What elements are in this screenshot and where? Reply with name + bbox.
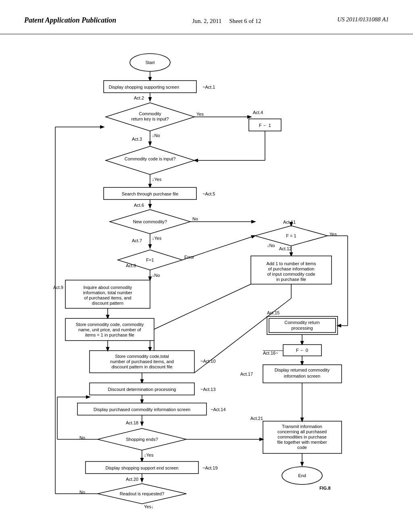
svg-text:Shopping ends?: Shopping ends? [126, 437, 158, 442]
svg-text:discount pattern in discount f: discount pattern in discount file [111, 364, 172, 369]
svg-text:F = 1: F = 1 [286, 233, 296, 238]
svg-text:Act.17: Act.17 [240, 372, 253, 376]
svg-text:Search through purchase file: Search through purchase file [122, 191, 179, 196]
svg-text:Display shopping supporting sc: Display shopping supporting screen [109, 85, 179, 89]
svg-text:~Act.13: ~Act.13 [200, 387, 216, 392]
svg-text:Commodity code is input?: Commodity code is input? [125, 156, 176, 161]
svg-text:End: End [298, 473, 306, 478]
svg-text:Display purchased commodity in: Display purchased commodity information … [94, 407, 190, 412]
svg-text:in purchase file: in purchase file [276, 277, 306, 282]
svg-text:Inquire about commodity: Inquire about commodity [83, 285, 132, 290]
svg-text:concerning all purchased: concerning all purchased [277, 429, 327, 434]
svg-text:file together with member: file together with member [277, 440, 327, 445]
svg-text:Act.21: Act.21 [250, 416, 263, 421]
svg-text:code: code [297, 445, 307, 450]
diagram-area: Start Display shopping supporting screen… [0, 34, 413, 520]
svg-text:No: No [192, 216, 198, 221]
svg-text:Store commodity code, commodit: Store commodity code, commodity [76, 322, 144, 327]
svg-text:Transmit information: Transmit information [282, 424, 322, 429]
svg-text:↓No: ↓No [267, 243, 275, 248]
svg-text:F ← 0: F ← 0 [296, 348, 308, 353]
svg-text:~Act.5: ~Act.5 [202, 191, 215, 196]
svg-text:items = 1 in purchase file: items = 1 in purchase file [85, 332, 134, 337]
svg-text:Add 1 to number of items: Add 1 to number of items [267, 261, 316, 266]
svg-line-66 [154, 284, 251, 329]
svg-text:~Act.10: ~Act.10 [200, 359, 216, 364]
svg-text:of purchased items, and: of purchased items, and [84, 295, 131, 300]
svg-text:~Act.1: ~Act.1 [202, 85, 215, 89]
svg-text:of purchase information: of purchase information [268, 266, 315, 271]
svg-text:information, total number: information, total number [83, 290, 132, 295]
svg-text:number of purchased items, and: number of purchased items, and [110, 359, 174, 364]
svg-text:information screen: information screen [284, 374, 321, 378]
svg-text:Act.6: Act.6 [134, 203, 144, 208]
svg-text:↓No: ↓No [152, 133, 160, 138]
svg-text:Act.3: Act.3 [132, 137, 142, 141]
page-header: Patent Application Publication Jun. 2, 2… [0, 0, 413, 34]
svg-text:Act.16~: Act.16~ [263, 351, 278, 355]
svg-text:Display shopping support end s: Display shopping support end screen [105, 466, 178, 470]
svg-text:F=1: F=1 [146, 258, 154, 262]
svg-line-138 [182, 236, 255, 260]
header-right: US 2011/0131088 A1 [337, 16, 389, 23]
svg-text:commodities in purchase: commodities in purchase [277, 434, 327, 439]
svg-text:Store commodity code,total: Store commodity code,total [115, 354, 169, 359]
svg-text:Yes↓: Yes↓ [144, 504, 153, 509]
svg-text:Act.11: Act.11 [283, 220, 296, 224]
svg-text:Act.4: Act.4 [253, 110, 263, 115]
svg-text:return key is input?: return key is input? [131, 116, 169, 121]
svg-text:~Act.19: ~Act.19 [202, 466, 218, 470]
svg-text:Display returned commodity: Display returned commodity [275, 368, 330, 372]
svg-text:Act.8: Act.8 [126, 263, 136, 268]
svg-text:name, unit price, and number o: name, unit price, and number of [78, 327, 141, 332]
svg-text:New commodity?: New commodity? [133, 219, 167, 224]
svg-text:~Act.14: ~Act.14 [211, 407, 226, 412]
svg-text:processing: processing [291, 326, 313, 330]
svg-text:Discount determination process: Discount determination processing [108, 387, 176, 392]
svg-text:Commodity: Commodity [139, 111, 161, 116]
svg-text:Yes: Yes [196, 112, 204, 116]
header-left: Patent Application Publication [24, 16, 116, 25]
svg-text:↓Yes: ↓Yes [144, 453, 154, 457]
svg-text:Act.20: Act.20 [126, 477, 138, 482]
svg-text:Start: Start [145, 60, 154, 65]
svg-text:↓Yes: ↓Yes [152, 177, 162, 182]
svg-text:of input commodity code: of input commodity code [267, 272, 315, 276]
flowchart-svg: Start Display shopping supporting screen… [24, 42, 389, 510]
svg-text:Act.12: Act.12 [279, 246, 292, 251]
svg-text:FIG.8: FIG.8 [319, 486, 331, 490]
svg-text:Act.9: Act.9 [53, 285, 63, 290]
svg-text:↓No: ↓No [152, 273, 160, 278]
svg-text:discount pattern: discount pattern [92, 301, 123, 305]
svg-line-137 [194, 298, 291, 373]
svg-text:Act.2: Act.2 [134, 96, 144, 100]
svg-text:Commodity return: Commodity return [284, 320, 319, 325]
header-center: Jun. 2, 2011 Sheet 6 of 12 [192, 16, 261, 26]
svg-text:↓Yes: ↓Yes [152, 236, 162, 241]
svg-text:F ← 1: F ← 1 [259, 123, 271, 128]
svg-text:Act.15: Act.15 [267, 310, 280, 315]
svg-text:Act.18: Act.18 [126, 420, 138, 425]
svg-text:Readout is requested?: Readout is requested? [120, 491, 165, 496]
svg-text:Act.7: Act.7 [132, 238, 142, 243]
